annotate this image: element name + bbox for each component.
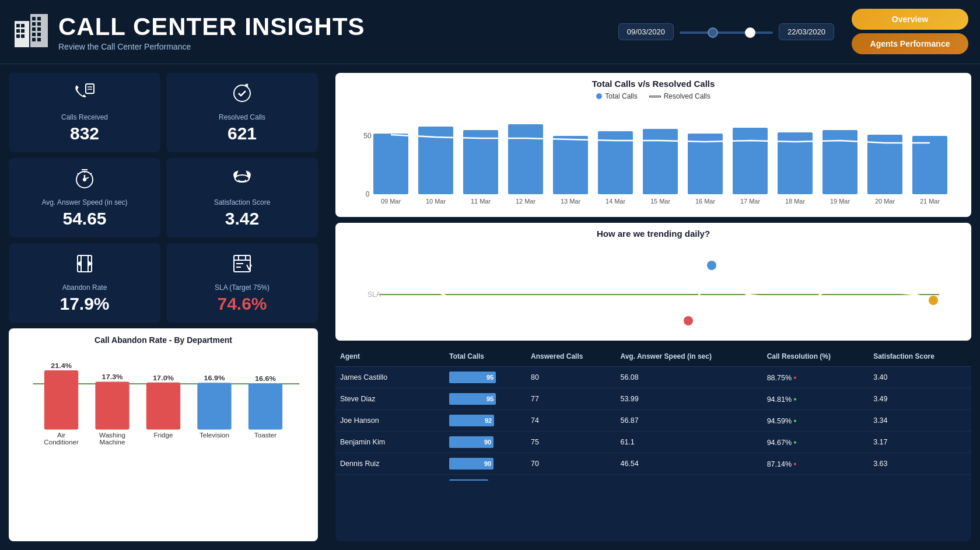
svg-text:12 Mar: 12 Mar: [516, 198, 536, 205]
table-row[interactable]: Joe Hanson 92 74 56.87 94.59% ▪ 3.34: [335, 410, 971, 432]
svg-text:Washing: Washing: [99, 432, 125, 439]
flag-green-icon: ▪: [794, 437, 797, 447]
satisfaction-cell: 3.47: [869, 475, 971, 481]
dashboard: CALL CENTER INSIGHTS Review the Call Cen…: [0, 0, 980, 550]
table-row[interactable]: James Castillo 95 80 56.08 88.75% ▪ 3.40: [335, 367, 971, 388]
stat-label-calls-received: Calls Received: [61, 113, 108, 121]
header-right: 09/03/2020 22/03/2020 Overview Agents Pe…: [618, 9, 968, 54]
answered-calls-cell: 75: [526, 432, 615, 453]
stat-card-avg-answer-speed: Avg. Answer Speed (in sec)54.65: [9, 158, 160, 237]
svg-rect-43: [95, 381, 129, 429]
stat-icon-calls-received: [73, 82, 96, 110]
satisfaction-cell: 3.34: [869, 410, 971, 432]
date-to-badge[interactable]: 22/03/2020: [779, 23, 834, 40]
stat-value-calls-received: 832: [70, 124, 99, 143]
header-logo: CALL CENTER INSIGHTS Review the Call Cen…: [12, 9, 365, 55]
total-calls-cell: 92: [444, 410, 526, 432]
left-panel: Calls Received832Resolved Calls621Avg. A…: [0, 64, 327, 550]
total-calls-cell: 90: [444, 432, 526, 453]
table-row[interactable]: Benjamin Kim 90 75 61.1 94.67% ▪ 3.17: [335, 432, 971, 453]
resolution-cell: 94.67% ▪: [762, 432, 869, 453]
slider-thumb-left[interactable]: [708, 27, 718, 38]
svg-rect-4: [21, 29, 24, 33]
col-header-satisfaction-score: Satisfaction Score: [869, 346, 971, 367]
overview-button[interactable]: Overview: [852, 9, 968, 30]
app-subtitle: Review the Call Center Performance: [58, 42, 365, 51]
header: CALL CENTER INSIGHTS Review the Call Cen…: [0, 0, 980, 64]
col-header-answered-calls: Answered Calls: [526, 346, 615, 367]
agents-table: AgentTotal CallsAnswered CallsAvg. Answe…: [335, 346, 971, 481]
svg-rect-47: [146, 383, 180, 430]
slider-thumb-right[interactable]: [745, 27, 755, 38]
stat-card-abandon-rate: Abandon Rate17.9%: [9, 243, 160, 323]
col-header-call-resolution-(%): Call Resolution (%): [762, 346, 869, 367]
resolution-cell: 94.59% ▪: [762, 410, 869, 432]
total-calls-chart-card: Total Calls v/s Resolved Calls Total Cal…: [335, 73, 971, 217]
table-row[interactable]: Steve Diaz 95 77 53.99 94.81% ▪ 3.49: [335, 388, 971, 410]
svg-rect-74: [733, 128, 768, 194]
table-row[interactable]: Shawn Long 80 68 61.01 88.24% ▪ 3.47: [335, 475, 971, 481]
legend-resolved-line: [649, 96, 661, 97]
svg-text:14 Mar: 14 Mar: [606, 198, 626, 205]
svg-rect-2: [21, 24, 24, 27]
svg-text:16.9%: 16.9%: [204, 374, 225, 382]
legend-total-dot: [596, 93, 602, 99]
table-body: James Castillo 95 80 56.08 88.75% ▪ 3.40…: [335, 367, 971, 481]
stat-label-satisfaction-score: Satisfaction Score: [214, 198, 271, 206]
svg-text:Toaster: Toaster: [254, 432, 277, 439]
agents-table-card: AgentTotal CallsAnswered CallsAvg. Answe…: [335, 346, 971, 541]
satisfaction-cell: 3.49: [869, 388, 971, 410]
col-header-agent: Agent: [335, 346, 444, 367]
svg-text:11 Mar: 11 Mar: [471, 198, 491, 205]
agents-performance-button[interactable]: Agents Performance: [852, 33, 968, 54]
svg-text:SLA: SLA: [368, 290, 381, 299]
svg-text:17 Mar: 17 Mar: [740, 198, 761, 205]
svg-rect-70: [643, 129, 678, 194]
date-range-slider[interactable]: [680, 31, 773, 34]
stat-label-sla: SLA (Target 75%): [215, 283, 270, 292]
agent-name: Dennis Ruiz: [335, 453, 444, 475]
svg-rect-50: [197, 383, 231, 429]
avg-speed-cell: 53.99: [615, 388, 762, 410]
svg-rect-13: [37, 27, 41, 31]
avg-speed-cell: 56.87: [615, 410, 762, 432]
total-calls-svg: 05009 Mar10 Mar11 Mar12 Mar13 Mar14 Mar1…: [344, 104, 963, 209]
legend-total-calls: Total Calls: [596, 92, 637, 100]
svg-rect-9: [37, 17, 41, 20]
svg-text:10 Mar: 10 Mar: [426, 198, 446, 205]
svg-rect-80: [867, 135, 902, 194]
stat-value-resolved-calls: 621: [228, 124, 257, 143]
satisfaction-cell: 3.17: [869, 432, 971, 453]
svg-text:15 Mar: 15 Mar: [650, 198, 671, 205]
answered-calls-cell: 77: [526, 388, 615, 410]
svg-text:0: 0: [366, 190, 370, 198]
svg-rect-72: [688, 134, 723, 194]
svg-rect-10: [32, 22, 36, 26]
header-controls: 09/03/2020 22/03/2020 Overview Agents Pe…: [618, 9, 968, 54]
table-row[interactable]: Dennis Ruiz 90 70 46.54 87.14% ▪ 3.63: [335, 453, 971, 475]
header-titles: CALL CENTER INSIGHTS Review the Call Cen…: [58, 13, 365, 51]
agent-name: Benjamin Kim: [335, 432, 444, 453]
date-from-badge[interactable]: 09/03/2020: [618, 23, 674, 40]
stat-icon-satisfaction-score: [230, 167, 254, 195]
svg-point-28: [83, 178, 86, 181]
trending-chart-title: How are we trending daily?: [344, 229, 963, 239]
svg-rect-18: [86, 84, 94, 93]
stats-grid: Calls Received832Resolved Calls621Avg. A…: [9, 73, 318, 323]
answered-calls-cell: 80: [526, 367, 615, 388]
stat-label-resolved-calls: Resolved Calls: [219, 113, 265, 121]
nav-buttons: Overview Agents Performance: [852, 9, 968, 54]
agent-name: Steve Diaz: [335, 388, 444, 410]
flag-green-icon: ▪: [794, 394, 797, 404]
avg-speed-cell: 61.01: [615, 475, 762, 481]
svg-text:Television: Television: [200, 432, 229, 439]
stat-label-abandon-rate: Abandon Rate: [62, 283, 107, 292]
stat-value-sla: 74.6%: [217, 294, 267, 314]
svg-rect-82: [912, 136, 947, 194]
stat-card-calls-received: Calls Received832: [9, 73, 160, 152]
svg-text:16 Mar: 16 Mar: [695, 198, 716, 205]
svg-line-24: [78, 173, 79, 174]
satisfaction-cell: 3.40: [869, 367, 971, 388]
stat-icon-avg-answer-speed: [73, 167, 96, 195]
flag-green-icon: ▪: [794, 416, 797, 425]
